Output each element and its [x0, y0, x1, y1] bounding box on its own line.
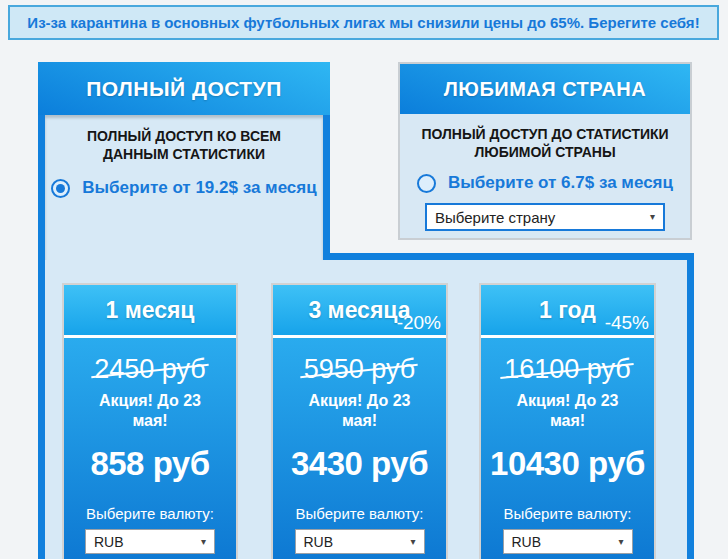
plan-old-price: 16100 руб — [504, 354, 631, 385]
chevron-down-icon: ▾ — [618, 537, 623, 547]
quarantine-banner: Из-за карантина в основных футбольных ли… — [8, 5, 719, 40]
plan-header: 1 год -45% — [481, 285, 654, 335]
currency-label: Выберите валюту: — [481, 505, 654, 522]
currency-select-value: RUB — [304, 534, 334, 550]
plan-promo-text: Акция! До 23 мая! — [85, 391, 215, 431]
plan-price: 10430 руб — [481, 445, 654, 483]
plan-price: 858 руб — [64, 445, 236, 483]
plan-card-1-month: 1 месяц 2450 руб Акция! До 23 мая! 858 р… — [62, 283, 238, 559]
full-access-description: ПОЛНЫЙ ДОСТУП КО ВСЕМ ДАННЫМ СТАТИСТИКИ — [53, 127, 315, 163]
plan-card-3-months: 3 месяца -20% 5950 руб Акция! До 23 мая!… — [271, 283, 448, 559]
currency-select-value: RUB — [512, 534, 542, 550]
chevron-down-icon: ▾ — [650, 212, 655, 222]
full-access-body: ПОЛНЫЙ ДОСТУП КО ВСЕМ ДАННЫМ СТАТИСТИКИ … — [38, 115, 330, 260]
country-select-value: Выберите страну — [435, 209, 555, 226]
country-select[interactable]: Выберите страну ▾ — [425, 203, 665, 231]
plan-discount-badge: -45% — [605, 312, 649, 334]
plan-body: 16100 руб Акция! До 23 мая! 10430 руб Вы… — [481, 338, 654, 559]
banner-text: Из-за карантина в основных футбольных ли… — [27, 14, 699, 31]
currency-select[interactable]: RUB ▾ — [85, 529, 215, 554]
full-access-header: ПОЛНЫЙ ДОСТУП — [38, 62, 330, 115]
plan-promo-text: Акция! До 23 мая! — [503, 391, 633, 431]
favorite-country-radio-label: Выберите от 6.7$ за месяц — [448, 173, 673, 193]
plan-price: 3430 руб — [273, 445, 446, 483]
radio-button-icon[interactable] — [417, 174, 436, 193]
favorite-country-card: ЛЮБИМАЯ СТРАНА ПОЛНЫЙ ДОСТУП ДО СТАТИСТИ… — [398, 62, 692, 240]
plan-title: 1 год — [539, 297, 596, 324]
plan-body: 2450 руб Акция! До 23 мая! 858 руб Выбер… — [64, 338, 236, 559]
chevron-down-icon: ▾ — [201, 537, 206, 547]
favorite-country-description: ПОЛНЫЙ ДОСТУП ДО СТАТИСТИКИ ЛЮБИМОЙ СТРА… — [408, 125, 682, 161]
plan-title: 1 месяц — [105, 297, 194, 324]
currency-label: Выберите валюту: — [273, 505, 446, 522]
currency-select[interactable]: RUB ▾ — [503, 529, 633, 554]
plan-old-price: 5950 руб — [304, 354, 416, 385]
chevron-down-icon: ▾ — [410, 537, 415, 547]
plan-title: 3 месяца — [308, 297, 410, 324]
plan-card-1-year: 1 год -45% 16100 руб Акция! До 23 мая! 1… — [479, 283, 656, 559]
plan-header: 3 месяца -20% — [273, 285, 446, 335]
full-access-radio-row[interactable]: Выберите от 19.2$ за месяц — [45, 178, 323, 198]
currency-select[interactable]: RUB ▾ — [295, 529, 425, 554]
plan-old-price: 2450 руб — [94, 354, 206, 385]
plan-header: 1 месяц — [64, 285, 236, 335]
radio-button-icon[interactable] — [51, 179, 70, 198]
plan-discount-badge: -20% — [397, 312, 441, 334]
favorite-country-title: ЛЮБИМАЯ СТРАНА — [444, 78, 647, 101]
favorite-country-header: ЛЮБИМАЯ СТРАНА — [400, 64, 690, 114]
currency-label: Выберите валюту: — [64, 505, 236, 522]
full-access-title: ПОЛНЫЙ ДОСТУП — [86, 77, 282, 101]
plan-body: 5950 руб Акция! До 23 мая! 3430 руб Выбе… — [273, 338, 446, 559]
favorite-country-radio-row[interactable]: Выберите от 6.7$ за месяц — [400, 173, 690, 193]
plan-promo-text: Акция! До 23 мая! — [295, 391, 425, 431]
currency-select-value: RUB — [94, 534, 124, 550]
full-access-radio-label: Выберите от 19.2$ за месяц — [82, 178, 316, 198]
